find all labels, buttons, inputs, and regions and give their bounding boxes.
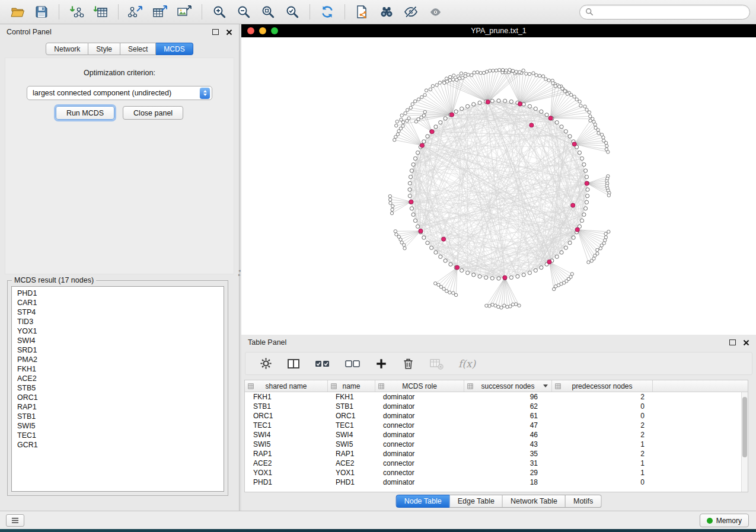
search-input[interactable] (596, 6, 749, 18)
leaf-node[interactable] (429, 88, 432, 91)
table-row[interactable]: TEC1TEC1connector472 (245, 421, 741, 430)
tab-node-table[interactable]: Node Table (396, 495, 450, 508)
mcds-result-item[interactable]: TID3 (12, 317, 224, 326)
dominator-node[interactable] (503, 275, 507, 280)
network-node[interactable] (509, 100, 513, 103)
dominator-node[interactable] (585, 181, 589, 185)
leaf-node[interactable] (570, 93, 573, 96)
leaf-node[interactable] (489, 69, 492, 72)
leaf-node[interactable] (397, 235, 400, 238)
mcds-result-item[interactable]: CAR1 (12, 298, 224, 307)
graphics-details-button[interactable] (400, 2, 422, 21)
network-node[interactable] (412, 163, 415, 166)
memory-button[interactable]: Memory (700, 514, 749, 527)
dominator-node[interactable] (449, 113, 454, 117)
leaf-node[interactable] (505, 69, 508, 72)
network-node[interactable] (412, 213, 415, 216)
leaf-node[interactable] (604, 142, 607, 145)
leaf-node[interactable] (395, 233, 398, 236)
network-node[interactable] (568, 241, 572, 245)
network-node[interactable] (497, 277, 500, 280)
leaf-node[interactable] (417, 98, 420, 101)
mcds-result-item[interactable]: STB1 (12, 412, 224, 421)
leaf-node[interactable] (503, 304, 506, 307)
network-node[interactable] (582, 213, 586, 216)
mcds-result-item[interactable]: YOX1 (12, 326, 224, 336)
leaf-node[interactable] (445, 77, 448, 80)
mcds-result-item[interactable]: SWI5 (12, 421, 224, 431)
network-node[interactable] (408, 194, 412, 198)
network-node[interactable] (478, 101, 481, 104)
leaf-node[interactable] (394, 230, 397, 233)
leaf-node[interactable] (403, 246, 406, 249)
leaf-node[interactable] (599, 246, 602, 249)
network-node[interactable] (555, 255, 559, 258)
network-canvas[interactable] (241, 37, 756, 335)
network-node[interactable] (560, 125, 563, 129)
column-header-predecessor-nodes[interactable]: predecessor nodes (552, 380, 653, 392)
network-node[interactable] (534, 268, 537, 272)
leaf-node[interactable] (563, 89, 566, 92)
network-graph[interactable] (241, 37, 756, 335)
leaf-node[interactable] (406, 108, 409, 111)
network-node[interactable] (583, 169, 587, 172)
leaf-node[interactable] (448, 291, 451, 294)
zoom-in-button[interactable] (208, 2, 231, 21)
share-document-button[interactable] (351, 2, 374, 21)
network-node[interactable] (580, 156, 583, 160)
dominator-node[interactable] (548, 116, 553, 120)
leaf-node[interactable] (460, 72, 462, 75)
leaf-node[interactable] (391, 208, 394, 211)
leaf-node[interactable] (476, 70, 479, 73)
leaf-node[interactable] (596, 129, 599, 132)
criterion-dropdown[interactable]: largest connected component (undirected) (27, 86, 212, 100)
refresh-view-button[interactable] (316, 2, 339, 21)
network-node[interactable] (490, 277, 494, 280)
add-column-button[interactable] (375, 355, 387, 373)
leaf-node[interactable] (554, 85, 557, 88)
show-panels-button[interactable] (6, 514, 24, 527)
leaf-node[interactable] (589, 115, 592, 118)
table-row[interactable]: SWI5SWI5connector431 (245, 440, 741, 449)
leaf-node[interactable] (485, 70, 488, 73)
network-node[interactable] (465, 104, 469, 108)
column-header-name[interactable]: name (328, 380, 375, 392)
leaf-node[interactable] (508, 68, 511, 71)
leaf-node[interactable] (438, 81, 441, 84)
leaf-node[interactable] (602, 136, 605, 139)
leaf-node[interactable] (482, 71, 485, 74)
dominator-node[interactable] (547, 259, 551, 264)
mcds-result-item[interactable]: PHD1 (12, 289, 224, 298)
column-header-MCDS-role[interactable]: MCDS role (375, 380, 464, 392)
leaf-node[interactable] (535, 73, 538, 76)
leaf-node[interactable] (491, 303, 494, 306)
mcds-result-item[interactable]: GCR1 (12, 440, 224, 450)
leaf-node[interactable] (583, 105, 586, 108)
tab-select[interactable]: Select (120, 43, 156, 55)
leaf-node[interactable] (607, 194, 610, 197)
import-network-button[interactable] (65, 2, 88, 21)
delete-column-button[interactable] (402, 355, 414, 373)
table-row[interactable]: SWI4SWI4dominator462 (245, 430, 741, 440)
table-row[interactable]: ACE2ACE2connector311 (245, 459, 741, 468)
network-node[interactable] (430, 246, 433, 249)
network-node[interactable] (540, 266, 543, 270)
leaf-node[interactable] (425, 89, 428, 92)
network-node[interactable] (568, 134, 572, 138)
network-node[interactable] (439, 121, 442, 124)
table-row[interactable]: STB1STB1dominator620 (245, 402, 741, 411)
leaf-node[interactable] (452, 291, 455, 294)
network-node[interactable] (586, 194, 589, 198)
network-node[interactable] (413, 156, 417, 160)
leaf-node[interactable] (589, 119, 592, 122)
network-node[interactable] (449, 262, 452, 266)
leaf-node[interactable] (389, 198, 392, 201)
network-node[interactable] (582, 163, 586, 166)
dominator-node[interactable] (571, 203, 575, 207)
network-node[interactable] (454, 110, 458, 113)
network-node[interactable] (585, 200, 588, 204)
leaf-node[interactable] (594, 123, 596, 126)
dominator-node[interactable] (420, 143, 424, 148)
close-mcds-panel-button[interactable]: Close panel (123, 106, 183, 120)
leaf-node[interactable] (566, 92, 569, 95)
